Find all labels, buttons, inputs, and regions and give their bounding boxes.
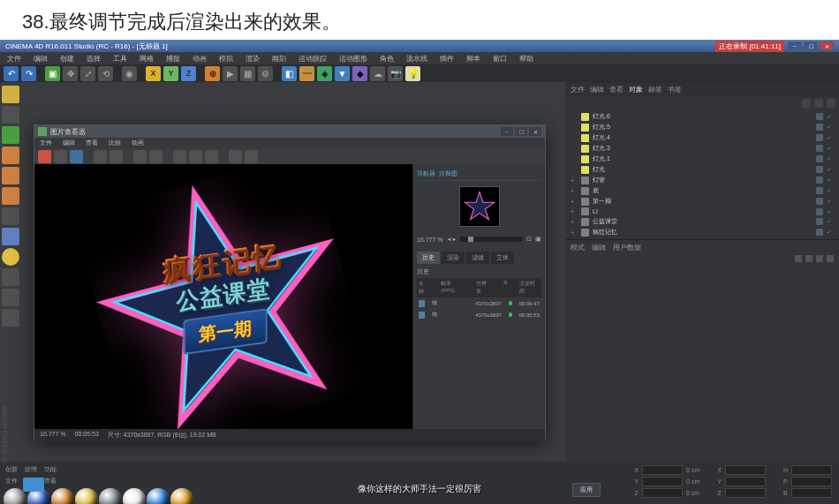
- obj-tab-bookmarks[interactable]: 书签: [668, 85, 682, 94]
- pos-x-input[interactable]: [642, 465, 683, 475]
- rot-h-input[interactable]: [791, 465, 832, 475]
- rot-p-input[interactable]: [791, 477, 832, 486]
- pv-ab-button[interactable]: [173, 150, 186, 163]
- taskbar-c4d-icon[interactable]: [23, 478, 44, 492]
- hist-tab-stereo[interactable]: 立体: [491, 252, 514, 264]
- rot-b-input[interactable]: [791, 488, 832, 498]
- spline-button[interactable]: 〰: [299, 66, 314, 81]
- mat-tab-func[interactable]: 功能: [44, 465, 57, 474]
- attr-tab-user[interactable]: 用户数据: [613, 243, 641, 252]
- tree-row[interactable]: 灯光.4✓: [571, 132, 834, 143]
- tree-row[interactable]: +灯管✓: [571, 175, 834, 185]
- pv-menu-file[interactable]: 文件: [40, 139, 52, 147]
- material-item[interactable]: 材质.6: [147, 488, 170, 504]
- live-select-button[interactable]: ▣: [45, 66, 60, 81]
- nurbs-button[interactable]: ◈: [317, 66, 332, 81]
- pv-menu-anim[interactable]: 动画: [132, 139, 144, 147]
- pv-channel-button[interactable]: [70, 150, 83, 163]
- tree-row[interactable]: 灯光✓: [571, 164, 834, 175]
- menu-track[interactable]: 运动跟踪: [299, 54, 327, 64]
- hist-row[interactable]: 物4370x389700:05:53: [417, 309, 541, 320]
- obj-tab-view[interactable]: 查看: [609, 85, 624, 94]
- tree-row[interactable]: +LI✓: [571, 207, 834, 216]
- pv-close-button[interactable]: ✕: [529, 127, 541, 136]
- menu-render[interactable]: 渲染: [246, 54, 260, 64]
- obj-tab-tags[interactable]: 标签: [648, 85, 662, 94]
- camera-button[interactable]: 📷: [388, 66, 403, 81]
- menu-snap[interactable]: 捕捉: [166, 54, 180, 64]
- pv-folder-button[interactable]: [110, 150, 123, 163]
- undo-button[interactable]: ↶: [4, 66, 19, 81]
- picture-viewer-window[interactable]: 图片查看器 – ☐ ✕ 文件 编辑 查看 比较 动画: [34, 124, 546, 440]
- menu-pipe[interactable]: 流水线: [406, 54, 427, 64]
- pv-filter-button[interactable]: [189, 150, 202, 163]
- edge-mode-button[interactable]: [2, 167, 19, 184]
- menu-select[interactable]: 选择: [87, 54, 101, 64]
- zoom-slider[interactable]: [460, 237, 523, 242]
- model-mode-button[interactable]: [2, 106, 19, 124]
- material-item[interactable]: 材质.2: [51, 488, 74, 504]
- menu-mograph[interactable]: 运动图形: [339, 54, 367, 64]
- material-item[interactable]: 材质.7: [170, 488, 193, 504]
- obj-tab-objects[interactable]: 对象: [629, 85, 643, 94]
- recent-button[interactable]: ◉: [122, 66, 137, 81]
- menu-create[interactable]: 创建: [60, 54, 74, 64]
- x-axis-button[interactable]: X: [146, 66, 161, 81]
- coord-button[interactable]: ⊕: [205, 66, 220, 81]
- menu-sculpt[interactable]: 雕刻: [272, 54, 286, 64]
- material-item[interactable]: 材质.4: [99, 488, 122, 504]
- rotate-tool-button[interactable]: ⟲: [98, 66, 113, 81]
- mat-tab-create[interactable]: 创新: [5, 465, 18, 474]
- pv-nav-tab-layer[interactable]: 注释图: [439, 169, 457, 178]
- viewport-solo-button[interactable]: [2, 289, 19, 306]
- object-axis-button[interactable]: [2, 126, 19, 144]
- point-mode-button[interactable]: [2, 147, 19, 164]
- tree-row[interactable]: 灯光.3✓: [571, 143, 834, 154]
- attr-tab-mode[interactable]: 模式: [571, 243, 585, 252]
- pv-stop-button[interactable]: [245, 150, 258, 163]
- obj-tab-edit[interactable]: 编辑: [590, 85, 604, 94]
- pv-menu-compare[interactable]: 比较: [109, 139, 121, 147]
- move-tool-button[interactable]: ✥: [63, 66, 78, 81]
- menu-tools[interactable]: 工具: [113, 54, 127, 64]
- render-region-button[interactable]: ▦: [240, 66, 255, 81]
- y-axis-button[interactable]: Y: [163, 66, 178, 81]
- menu-sim[interactable]: 模拟: [219, 54, 233, 64]
- poly-mode-button[interactable]: [2, 187, 19, 205]
- pv-save-button[interactable]: [94, 150, 107, 163]
- light-button[interactable]: 💡: [405, 66, 420, 81]
- pv-render-button[interactable]: [38, 150, 51, 163]
- menu-anim[interactable]: 动画: [193, 54, 207, 64]
- z-axis-button[interactable]: Z: [181, 66, 196, 81]
- attr-fwd-icon[interactable]: [816, 255, 823, 262]
- pv-render-canvas[interactable]: 疯狂记忆 公益课堂 第一期: [34, 164, 412, 429]
- scale-tool-button[interactable]: ⤢: [80, 66, 95, 81]
- texture-mode-button[interactable]: [2, 207, 19, 225]
- pv-nav-tab-navigator[interactable]: 导航器: [417, 169, 435, 178]
- tree-row[interactable]: +底✓: [571, 185, 834, 196]
- tweak-button[interactable]: [2, 268, 19, 286]
- misc-tool-button[interactable]: [2, 309, 19, 327]
- pos-z-input[interactable]: [642, 488, 683, 498]
- snap-button[interactable]: [2, 248, 19, 266]
- pv-setting-button[interactable]: [54, 150, 67, 163]
- tree-row[interactable]: +公益课堂✓: [571, 216, 834, 227]
- size-z-input[interactable]: [725, 488, 766, 498]
- menu-mesh[interactable]: 网格: [140, 54, 154, 64]
- mat-menu-file[interactable]: 文件: [5, 477, 18, 485]
- tree-row[interactable]: 灯光.1✓: [571, 154, 834, 164]
- menu-file[interactable]: 文件: [7, 54, 21, 64]
- render-settings-button[interactable]: ⚙: [258, 66, 273, 81]
- menu-window[interactable]: 窗口: [493, 54, 507, 64]
- pv-rgb-button[interactable]: [133, 150, 147, 163]
- attr-tab-edit[interactable]: 编辑: [592, 243, 606, 252]
- size-y-input[interactable]: [725, 477, 766, 486]
- minimize-button[interactable]: –: [788, 41, 802, 50]
- mat-tab-texture[interactable]: 纹理: [25, 465, 37, 474]
- pv-titlebar[interactable]: 图片查看器 – ☐ ✕: [34, 125, 545, 138]
- obj-search-icon[interactable]: [802, 99, 811, 108]
- hist-tab-render[interactable]: 渲染: [442, 252, 465, 264]
- generator-button[interactable]: ▼: [335, 66, 350, 81]
- tree-row[interactable]: 灯光.5✓: [571, 122, 834, 132]
- object-tree[interactable]: 灯光.6✓灯光.5✓灯光.4✓灯光.3✓灯光.1✓灯光✓+灯管✓+底✓+第一期✓…: [565, 109, 839, 239]
